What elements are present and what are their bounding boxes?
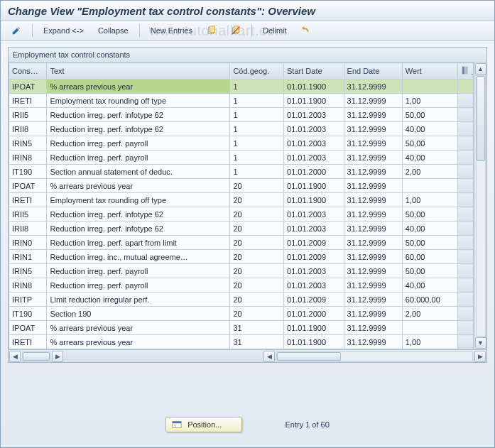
table-row[interactable]: IRETI% arrears previous year3101.01.1900… [9,335,474,349]
cell-start[interactable]: 01.01.1900 [284,335,344,349]
cell-end[interactable]: 31.12.9999 [344,136,402,151]
row-selector[interactable] [457,179,473,193]
cell-start[interactable]: 01.01.2003 [284,151,344,165]
cell-cons[interactable]: IRIN5 [9,136,47,151]
row-selector[interactable] [457,80,473,94]
cell-text[interactable]: Section annual statement of deduc. [47,165,230,179]
cell-text[interactable]: % arrears previous year [47,321,230,335]
cell-start[interactable]: 01.01.1900 [284,321,344,335]
table-row[interactable]: IT190Section 1902001.01.200031.12.99992,… [9,307,474,321]
cell-cons[interactable]: IRIN0 [9,236,47,250]
cell-wert[interactable]: 2,00 [402,307,457,321]
cell-start[interactable]: 01.01.2003 [284,136,344,151]
cell-text[interactable]: Reduction irreg. perf. payroll [47,264,230,278]
table-row[interactable]: IPOAT% arrears previous year101.01.19003… [9,80,474,94]
table-row[interactable]: IPOAT% arrears previous year2001.01.1900… [9,179,474,193]
row-selector[interactable] [457,264,473,278]
col-header-end[interactable]: End Date [344,63,402,80]
vertical-scrollbar[interactable]: ▲ ▼ [474,62,486,349]
cell-text[interactable]: Reduction irreg. perf. apart from limit [47,236,230,250]
cell-text[interactable]: Reduction irreg. perf. infotype 62 [47,122,230,136]
cell-wert[interactable]: 60.000,00 [402,293,457,307]
cell-start[interactable]: 01.01.2000 [284,165,344,179]
cell-cons[interactable]: IRETI [9,335,47,349]
row-selector[interactable] [457,136,473,151]
cell-text[interactable]: Reduction irreg. perf. payroll [47,151,230,165]
cell-end[interactable]: 31.12.9999 [344,293,402,307]
cell-cons[interactable]: IRII8 [9,122,47,136]
table-row[interactable]: IRIN8Reduction irreg. perf. payroll101.0… [9,151,474,165]
cell-wert[interactable]: 1,00 [402,193,457,207]
cell-wert[interactable]: 40,00 [402,151,457,165]
cell-geog[interactable]: 20 [230,179,284,193]
cell-geog[interactable]: 20 [230,293,284,307]
cell-start[interactable]: 01.01.2003 [284,264,344,278]
scroll-track-right[interactable] [276,351,473,361]
table-row[interactable]: IPOAT% arrears previous year3101.01.1900… [9,321,474,335]
cell-text[interactable]: % arrears previous year [47,179,230,193]
collapse-button[interactable]: Collapse [93,24,134,37]
cell-geog[interactable]: 1 [230,122,284,136]
cell-cons[interactable]: IRIN8 [9,278,47,293]
row-selector[interactable] [457,293,473,307]
cell-wert[interactable]: 1,00 [402,94,457,108]
table-row[interactable]: IRIN5Reduction irreg. perf. payroll101.0… [9,136,474,151]
cell-cons[interactable]: IRII8 [9,222,47,236]
cell-text[interactable]: Reduction irreg. perf. payroll [47,136,230,151]
cell-geog[interactable]: 20 [230,236,284,250]
cell-text[interactable]: Reduction irreg. perf. infotype 62 [47,207,230,222]
cell-end[interactable]: 31.12.9999 [344,80,402,94]
new-entries-button[interactable]: New Entries [146,24,197,37]
row-selector[interactable] [457,250,473,264]
cell-wert[interactable]: 50,00 [402,108,457,122]
cell-wert[interactable]: 50,00 [402,136,457,151]
delimit-button[interactable]: Delimit [258,24,292,37]
cell-start[interactable]: 01.01.2003 [284,207,344,222]
row-selector[interactable] [457,278,473,293]
col-header-geog[interactable]: Cód.geog. [230,63,284,80]
cell-end[interactable]: 31.12.9999 [344,264,402,278]
cell-text[interactable]: % arrears previous year [47,80,230,94]
cell-wert[interactable]: 1,00 [402,335,457,349]
cell-start[interactable]: 01.01.2003 [284,122,344,136]
scroll-track-left[interactable] [22,351,50,361]
horizontal-scrollbar[interactable]: ◀ ▶ ◀ ▶ [9,349,486,362]
cell-geog[interactable]: 1 [230,151,284,165]
position-button[interactable]: Position... [165,417,242,432]
table-row[interactable]: IRII5Reduction irreg. perf. infotype 621… [9,108,474,122]
cell-wert[interactable]: 50,00 [402,236,457,250]
row-selector[interactable] [457,335,473,349]
cell-geog[interactable]: 20 [230,307,284,321]
cell-cons[interactable]: IRII5 [9,207,47,222]
cell-start[interactable]: 01.01.1900 [284,193,344,207]
cell-end[interactable]: 31.12.9999 [344,94,402,108]
toggle-change-button[interactable] [6,23,26,38]
scroll-up-button[interactable]: ▲ [475,63,486,75]
scroll-right-button-2[interactable]: ▶ [474,351,486,362]
cell-start[interactable]: 01.01.1900 [284,94,344,108]
cell-text[interactable]: Reduction irreg. inc., mutual agreeme… [47,250,230,264]
cell-wert[interactable]: 60,00 [402,250,457,264]
cell-text[interactable]: Reduction irreg. perf. payroll [47,278,230,293]
cell-cons[interactable]: IRIN8 [9,151,47,165]
cell-geog[interactable]: 20 [230,222,284,236]
cell-end[interactable]: 31.12.9999 [344,108,402,122]
cell-text[interactable]: Section 190 [47,307,230,321]
cell-text[interactable]: Limit reduction irregular perf. [47,293,230,307]
cell-cons[interactable]: IT190 [9,307,47,321]
cell-geog[interactable]: 31 [230,321,284,335]
row-selector[interactable] [457,122,473,136]
row-selector[interactable] [457,321,473,335]
cell-wert[interactable]: 2,00 [402,165,457,179]
col-header-start[interactable]: Start Date [284,63,344,80]
table-row[interactable]: IRETIEmployment tax rounding off type101… [9,94,474,108]
cell-start[interactable]: 01.01.2003 [284,108,344,122]
table-row[interactable]: IRII5Reduction irreg. perf. infotype 622… [9,207,474,222]
cell-cons[interactable]: IPOAT [9,80,47,94]
cell-geog[interactable]: 1 [230,108,284,122]
scroll-right-button[interactable]: ▶ [52,351,63,362]
row-selector[interactable] [457,151,473,165]
cell-geog[interactable]: 20 [230,207,284,222]
col-header-wert[interactable]: Wert [402,63,457,80]
cell-cons[interactable]: IPOAT [9,179,47,193]
